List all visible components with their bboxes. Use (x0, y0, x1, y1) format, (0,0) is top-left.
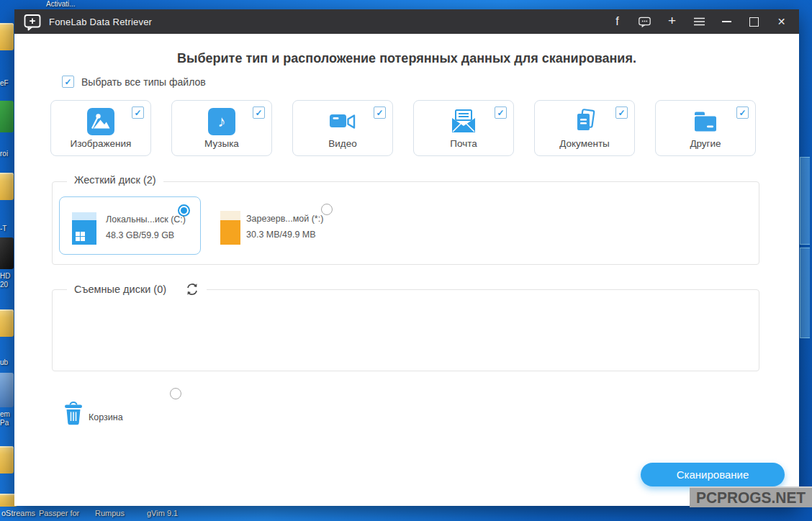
desktop-icon-label: oStreams (1, 509, 35, 517)
desktop: Activati... eF roi -T HD 20 ub em Pa oSt… (0, 0, 812, 521)
desktop-icon-label: gVim 9.1 (147, 509, 178, 517)
hard-disk-legend: Жесткий диск (2) (67, 174, 163, 186)
recycle-bin-radio[interactable] (170, 388, 181, 399)
disk-item-reserved[interactable]: Зарезерв...мой (*:) 30.3 MB/49.9 MB (215, 191, 380, 259)
select-all-row[interactable]: ✓ Выбрать все типы файлов (62, 76, 206, 88)
image-icon (51, 107, 150, 136)
scan-button[interactable]: Сканирование (641, 463, 785, 486)
desktop-icon-label: ub (0, 358, 8, 366)
select-all-checkbox[interactable]: ✓ (62, 76, 74, 88)
desktop-icon-folder[interactable] (0, 173, 14, 200)
desktop-icon-label: eF (0, 79, 9, 87)
file-type-card-video[interactable]: ✓ Видео (292, 100, 393, 156)
file-type-card-images[interactable]: ✓ Изображения (50, 100, 151, 156)
desktop-icon-label: roi (0, 150, 8, 158)
page-title: Выберите тип и расположение потерянных д… (14, 51, 799, 66)
music-icon: ♪ (172, 107, 271, 136)
video-icon (293, 107, 392, 136)
desktop-window-edge (800, 248, 810, 338)
minimize-icon[interactable] (721, 14, 733, 29)
file-type-label: Видео (293, 138, 392, 149)
disk-size: 48.3 GB/59.9 GB (106, 230, 174, 240)
desktop-icon-label: -T (0, 225, 6, 232)
disk-name: Зарезерв...мой (*:) (246, 214, 323, 224)
desktop-icon-label: HD 20 (0, 272, 14, 289)
disk-item-local-c[interactable]: Локальны...иск (C:) 48.3 GB/59.9 GB (59, 196, 201, 255)
desktop-label-activation: Activati... (46, 0, 76, 8)
documents-icon (535, 107, 634, 136)
windows-drive-icon (72, 212, 96, 245)
file-type-card-mail[interactable]: ✓ Почта (413, 100, 514, 156)
desktop-icon-video-file[interactable] (0, 237, 14, 269)
refresh-icon[interactable] (185, 282, 199, 296)
removable-disks-legend: Съемные диски (0) (67, 282, 207, 296)
file-type-label: Другие (656, 138, 755, 149)
app-logo-icon (23, 13, 42, 35)
desktop-icon-label: Rumpus (95, 509, 125, 517)
window-title: FoneLab Data Retriever (49, 17, 152, 27)
recycle-bin-label: Корзина (89, 412, 123, 422)
desktop-icon-folder[interactable] (0, 446, 14, 474)
app-window: FoneLab Data Retriever f + (14, 9, 799, 506)
disk-name: Локальны...иск (C:) (106, 214, 186, 225)
titlebar[interactable]: FoneLab Data Retriever f + (14, 9, 799, 34)
watermark: PCPROGS.NET (690, 486, 812, 507)
desktop-icon-app[interactable] (0, 101, 14, 132)
trash-icon (64, 402, 83, 428)
reserved-drive-icon (220, 211, 240, 245)
desktop-window-edge (800, 157, 810, 245)
file-type-label: Изображения (51, 138, 150, 149)
removable-disks-section: Съемные диски (0) (52, 289, 759, 371)
maximize-icon[interactable] (748, 14, 760, 29)
file-type-label: Почта (414, 138, 513, 149)
desktop-icon-label: Passper for (39, 509, 79, 517)
close-icon[interactable]: ✕ (775, 14, 788, 29)
file-type-label: Документы (535, 138, 634, 149)
select-all-label: Выбрать все типы файлов (81, 76, 206, 88)
file-type-card-documents[interactable]: ✓ Документы (534, 100, 635, 156)
menu-icon[interactable] (693, 14, 705, 29)
file-type-card-music[interactable]: ✓ ♪ Музыка (171, 100, 272, 156)
plus-icon[interactable]: + (666, 14, 678, 28)
desktop-icon-label: em Pa (0, 410, 14, 427)
feedback-chat-icon[interactable] (639, 14, 651, 29)
facebook-icon[interactable]: f (611, 14, 623, 29)
desktop-icon-folder[interactable] (0, 309, 14, 337)
file-type-card-others[interactable]: ✓ Другие (655, 100, 756, 156)
recycle-bin-item[interactable]: Корзина (50, 382, 209, 440)
file-type-label: Музыка (172, 138, 271, 149)
hard-disk-section: Жесткий диск (2) Локальны...иск (C:) 48.… (52, 181, 759, 265)
folder-icon (656, 107, 755, 136)
desktop-icon-app[interactable] (0, 373, 14, 407)
disk-size: 30.3 MB/49.9 MB (246, 230, 316, 240)
desktop-icon-folder[interactable] (0, 23, 14, 50)
titlebar-buttons: f + ✕ (611, 9, 799, 34)
mail-icon (414, 107, 513, 136)
